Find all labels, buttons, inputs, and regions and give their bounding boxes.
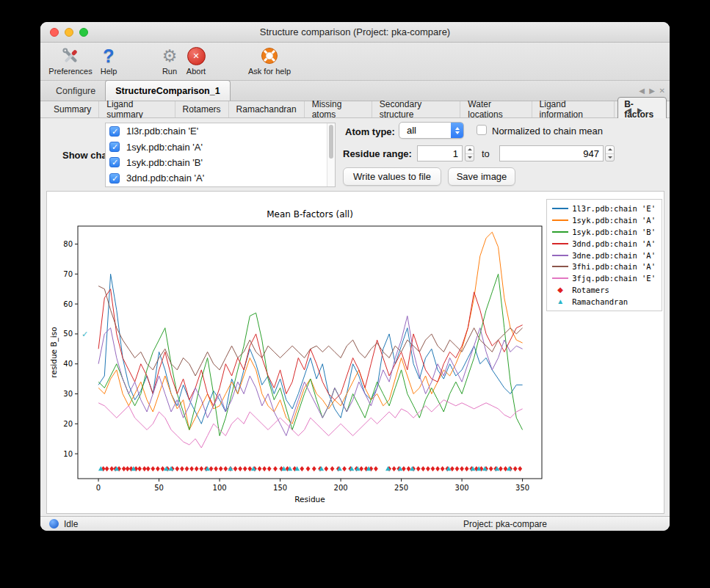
status-text: Idle xyxy=(64,519,78,529)
legend-line-sample xyxy=(551,231,569,233)
svg-text:30: 30 xyxy=(63,390,73,398)
plot-legend: 1l3r.pdb:chain 'E'1syk.pdb:chain 'A'1syk… xyxy=(546,199,662,311)
help-label: Help xyxy=(101,67,117,76)
residue-from-input[interactable] xyxy=(417,145,463,161)
checkbox-checked-icon[interactable] xyxy=(109,142,120,152)
svg-text:300: 300 xyxy=(455,484,469,492)
legend-line-sample xyxy=(551,243,569,244)
chain-list-item[interactable]: 3dnd.pdb:chain 'A' xyxy=(106,170,335,186)
titlebar: Structure comparison (Project: pka-compa… xyxy=(40,22,670,43)
stepper-down-icon[interactable] xyxy=(466,154,474,161)
stepper-down-icon[interactable] xyxy=(606,154,614,161)
run-label: Run xyxy=(162,67,177,76)
legend-label: Rotamers xyxy=(572,286,609,294)
main-tab-bar: Configure StructureComparison_1 ◀ ▶ ✕ xyxy=(40,81,670,101)
legend-entry: 3fhi.pdb:chain 'A' xyxy=(551,261,656,272)
to-label: to xyxy=(482,148,490,159)
legend-entry: 3dnd.pdb:chain 'A' xyxy=(551,238,656,249)
tab-secondary-structure[interactable]: Secondary structure xyxy=(372,101,461,117)
tab-missing-atoms[interactable]: Missing atoms xyxy=(305,101,372,117)
atom-type-label: Atom type: xyxy=(345,126,395,137)
tab-summary[interactable]: Summary xyxy=(46,101,99,117)
legend-label: 3fjq.pdb:chain 'E' xyxy=(572,274,656,283)
tab-configure[interactable]: Configure xyxy=(46,81,105,101)
dropdown-arrows-icon xyxy=(451,123,463,138)
legend-label: 3dne.pdb:chain 'A' xyxy=(572,251,656,260)
legend-entry: 3dne.pdb:chain 'A' xyxy=(551,250,656,261)
abort-stop-icon: ✕ xyxy=(187,45,206,67)
legend-entry: 1l3r.pdb:chain 'E' xyxy=(551,203,656,214)
checkbox-checked-icon[interactable] xyxy=(109,173,120,184)
legend-line-sample xyxy=(551,255,569,256)
checkbox-checked-icon[interactable] xyxy=(109,157,120,167)
tab-structurecomparison-1[interactable]: StructureComparison_1 xyxy=(105,80,230,101)
preferences-label: Preferences xyxy=(48,67,92,76)
residue-range-label: Residue range: xyxy=(343,148,412,159)
tab-scroll-right-icon[interactable]: ▶ xyxy=(649,87,655,95)
abort-button[interactable]: ✕ Abort xyxy=(181,45,211,76)
residue-to-stepper[interactable] xyxy=(605,145,615,161)
abort-label: Abort xyxy=(186,67,206,76)
save-image-button[interactable]: Save image xyxy=(448,167,515,186)
stepper-up-icon[interactable] xyxy=(466,146,474,154)
legend-entry: ◆Rotamers xyxy=(551,285,656,296)
status-bar: Idle Project: pka-compare xyxy=(40,516,670,531)
subtab-scroll-left-icon[interactable]: ◀ xyxy=(626,106,631,114)
svg-text:60: 60 xyxy=(63,300,73,308)
chain-list-item[interactable]: 1syk.pdb:chain 'A' xyxy=(106,139,335,154)
svg-text:150: 150 xyxy=(273,484,287,492)
tab-water-locations[interactable]: Water locations xyxy=(460,101,532,117)
chain-list-scrollbar[interactable] xyxy=(327,123,335,186)
residue-to-input[interactable] xyxy=(499,145,604,161)
checkbox-checked-icon[interactable] xyxy=(109,126,120,137)
chain-list-item[interactable]: 1l3r.pdb:chain 'E' xyxy=(106,123,335,139)
legend-label: 3fhi.pdb:chain 'A' xyxy=(572,262,656,271)
tab-close-icon[interactable]: ✕ xyxy=(659,87,665,95)
help-button[interactable]: ? Help xyxy=(98,45,120,76)
normalized-checkbox[interactable] xyxy=(477,125,487,135)
stepper-up-icon[interactable] xyxy=(606,146,614,154)
tab-ligand-information[interactable]: Ligand information xyxy=(532,101,615,117)
scrollbar-thumb[interactable] xyxy=(329,125,333,159)
write-values-button[interactable]: Write values to file xyxy=(343,167,441,186)
atom-type-select[interactable]: all xyxy=(399,122,464,139)
legend-line-sample xyxy=(551,266,569,267)
ask-for-help-label: Ask for help xyxy=(248,67,291,76)
project-text: Project: pka-compare xyxy=(463,519,547,529)
preferences-button[interactable]: Preferences xyxy=(46,45,95,76)
svg-text:100: 100 xyxy=(213,484,227,492)
minimize-window-button[interactable] xyxy=(65,28,73,37)
chain-list[interactable]: 1l3r.pdb:chain 'E'1syk.pdb:chain 'A'1syk… xyxy=(105,123,336,187)
residue-from-stepper[interactable] xyxy=(465,145,474,161)
chain-label: 3dnd.pdb:chain 'A' xyxy=(126,173,204,184)
controls-panel: Show chains: 1l3r.pdb:chain 'E'1syk.pdb:… xyxy=(40,118,670,191)
svg-text:Mean B-factors (all): Mean B-factors (all) xyxy=(267,209,353,219)
legend-line-sample xyxy=(551,219,569,221)
svg-text:20: 20 xyxy=(63,420,73,428)
subtab-scroll-right-icon[interactable]: ▶ xyxy=(637,106,642,114)
chain-label: 1l3r.pdb:chain 'E' xyxy=(126,126,198,137)
ask-for-help-button[interactable]: Ask for help xyxy=(242,45,297,76)
chain-label: 1syk.pdb:chain 'A' xyxy=(126,142,203,153)
legend-label: 1syk.pdb:chain 'A' xyxy=(572,216,656,225)
zoom-window-button[interactable] xyxy=(79,28,88,37)
tab-scroll-left-icon[interactable]: ◀ xyxy=(639,87,645,95)
svg-text:200: 200 xyxy=(334,484,348,492)
window-title: Structure comparison (Project: pka-compa… xyxy=(40,22,670,42)
legend-label: 1syk.pdb:chain 'B' xyxy=(572,228,656,236)
tab-ramachandran[interactable]: Ramachandran xyxy=(229,101,305,117)
atom-type-value: all xyxy=(399,125,451,136)
chain-list-item[interactable]: 1syk.pdb:chain 'B' xyxy=(106,155,335,170)
svg-text:350: 350 xyxy=(515,484,529,492)
run-gear-icon: ⚙ xyxy=(162,45,178,67)
tab-rotamers[interactable]: Rotamers xyxy=(175,101,229,117)
run-button[interactable]: ⚙ Run xyxy=(156,45,183,76)
legend-triangle-marker-icon: ▲ xyxy=(551,298,569,305)
svg-text:80: 80 xyxy=(63,240,73,248)
app-window: Structure comparison (Project: pka-compa… xyxy=(40,22,670,531)
close-window-button[interactable] xyxy=(50,28,59,37)
tab-ligand-summary[interactable]: Ligand summary xyxy=(99,101,175,117)
chart-panel: 0501001502002503003501020304050607080Mea… xyxy=(46,191,664,514)
svg-text:250: 250 xyxy=(394,484,408,492)
chain-label: 1syk.pdb:chain 'B' xyxy=(126,157,203,168)
